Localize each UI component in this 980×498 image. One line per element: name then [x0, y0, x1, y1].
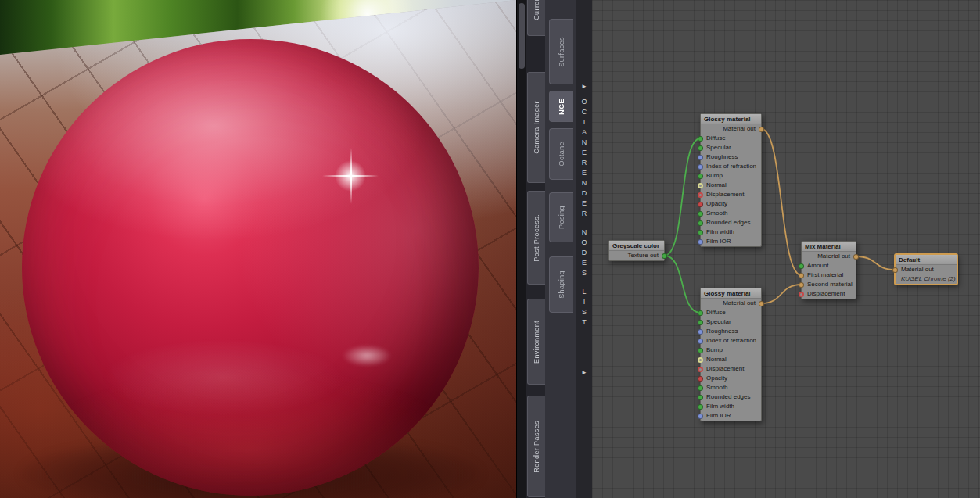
port-label: Material out — [901, 266, 934, 273]
node-graph-editor[interactable]: Greyscale colorTexture outGlossy materia… — [592, 0, 980, 498]
port-roughness-icon[interactable] — [698, 155, 703, 160]
port-label: Film IOR — [706, 412, 731, 419]
port-material-out-icon[interactable] — [892, 267, 898, 273]
node-row-smooth: Smooth — [701, 209, 761, 218]
star-horizontal-ray — [322, 175, 379, 177]
tab-label: Camera Imager — [533, 101, 540, 154]
port-first-material-icon[interactable] — [799, 273, 804, 278]
vertical-letter: N — [582, 138, 587, 148]
port-specular-icon[interactable] — [698, 320, 703, 325]
port-index-of-refraction-icon[interactable] — [698, 339, 703, 344]
port-displacement-icon[interactable] — [799, 292, 804, 297]
tab-label: Surfaces — [558, 37, 565, 67]
port-film-width-icon[interactable] — [698, 230, 703, 235]
tab-shaping[interactable]: Shaping — [549, 256, 573, 313]
port-displacement-icon[interactable] — [698, 192, 703, 198]
tab-post-process[interactable]: Post Process. — [527, 191, 545, 285]
tab-posing[interactable]: Posing — [549, 192, 573, 242]
port-diffuse-icon[interactable] — [698, 136, 703, 142]
port-bump-icon[interactable] — [698, 348, 703, 353]
port-label: Diffuse — [706, 309, 726, 316]
port-film-ior-icon[interactable] — [698, 239, 703, 245]
vertical-word-nodes: NODES — [581, 228, 587, 278]
port-label: Specular — [706, 144, 731, 151]
port-amount-icon[interactable] — [799, 263, 804, 269]
node-row-film-ior: Film IOR — [701, 237, 761, 246]
node-row-smooth: Smooth — [701, 383, 761, 392]
node-default[interactable]: DefaultMaterial outKUGEL Chrome (2) — [895, 254, 957, 285]
vertical-letter: S — [582, 307, 587, 317]
red-glossy-sphere — [22, 39, 479, 496]
node-row-material-out: Material out — [896, 265, 957, 274]
port-material-out-icon[interactable] — [759, 127, 764, 132]
port-label: Index of refraction — [706, 163, 756, 170]
node-title[interactable]: Glossy material — [701, 288, 761, 299]
port-smooth-icon[interactable] — [698, 211, 703, 217]
node-row-specular: Specular — [701, 143, 761, 152]
render-viewport[interactable] — [0, 0, 516, 498]
tab-environment[interactable]: Environment — [527, 299, 545, 385]
node-mix[interactable]: Mix MaterialMaterial outAmountFirst mate… — [801, 241, 856, 299]
application-window: CurrentCamera ImagerPost Process.Environ… — [0, 0, 980, 498]
port-material-out-icon[interactable] — [759, 301, 764, 306]
vertical-letter: O — [581, 238, 587, 248]
expand-arrow-top-icon[interactable]: ► — [576, 83, 592, 90]
port-texture-out-icon[interactable] — [662, 253, 667, 259]
vertical-letter: L — [582, 287, 586, 297]
nodes-list-vertical-title: OCTANERENDERNODESLIST — [576, 97, 592, 336]
port-film-ior-icon[interactable] — [698, 414, 703, 419]
port-label: KUGEL Chrome (2) — [901, 275, 956, 282]
tab-nge[interactable]: NGE — [549, 91, 573, 122]
soft-specular-highlight — [342, 345, 392, 367]
tab-current[interactable]: Current — [527, 0, 545, 36]
tab-surfaces[interactable]: Surfaces — [549, 19, 573, 84]
vertical-letter: R — [582, 209, 587, 219]
scrollbar-thumb[interactable] — [519, 3, 525, 69]
expand-arrow-bottom-icon[interactable]: ► — [576, 369, 592, 376]
port-label: Bump — [706, 346, 723, 353]
port-second-material-icon[interactable] — [799, 282, 804, 288]
node-glossy_bottom[interactable]: Glossy materialMaterial outDiffuseSpecul… — [700, 288, 762, 421]
edge-glossy-bottom-material-out-to-mix-second-material — [762, 285, 802, 303]
node-title[interactable]: Greyscale color — [609, 241, 664, 251]
tab-octane[interactable]: Octane — [549, 128, 573, 180]
port-normal-icon[interactable] — [698, 357, 703, 363]
vertical-word-octanerender: OCTANERENDER — [581, 97, 587, 219]
tab-render-passes[interactable]: Render Passes — [527, 396, 545, 497]
node-greyscale[interactable]: Greyscale colorTexture out — [608, 240, 665, 261]
port-opacity-icon[interactable] — [698, 376, 703, 382]
port-rounded-edges-icon[interactable] — [698, 220, 703, 226]
port-diffuse-icon[interactable] — [698, 310, 703, 316]
port-index-of-refraction-icon[interactable] — [698, 164, 703, 170]
node-title[interactable]: Glossy material — [701, 114, 761, 124]
port-roughness-icon[interactable] — [698, 329, 703, 335]
tab-camera-imager[interactable]: Camera Imager — [527, 72, 545, 183]
vertical-letter: E — [582, 168, 587, 178]
node-row-roughness: Roughness — [701, 152, 761, 162]
node-row-first-material: First material — [802, 270, 856, 280]
port-specular-icon[interactable] — [698, 145, 703, 151]
node-row-second-material: Second material — [802, 280, 856, 289]
node-row-normal: Normal — [701, 355, 761, 364]
port-rounded-edges-icon[interactable] — [698, 395, 703, 400]
port-label: Roughness — [706, 328, 738, 335]
vertical-letter: E — [582, 199, 587, 209]
port-label: Film width — [706, 403, 734, 410]
node-title[interactable]: Default — [896, 255, 957, 265]
port-label: Material out — [723, 125, 756, 132]
port-normal-icon[interactable] — [698, 183, 703, 188]
node-row-texture-out: Texture out — [609, 251, 664, 260]
node-row-diffuse: Diffuse — [701, 308, 761, 317]
port-material-out-icon[interactable] — [853, 254, 859, 260]
port-opacity-icon[interactable] — [698, 202, 703, 207]
node-row-diffuse: Diffuse — [701, 134, 761, 143]
node-title[interactable]: Mix Material — [802, 242, 856, 252]
port-smooth-icon[interactable] — [698, 385, 703, 391]
port-bump-icon[interactable] — [698, 174, 703, 179]
vertical-scrollbar[interactable] — [516, 0, 526, 498]
node-row-opacity: Opacity — [701, 199, 761, 209]
port-displacement-icon[interactable] — [698, 367, 703, 372]
port-film-width-icon[interactable] — [698, 404, 703, 410]
node-glossy_top[interactable]: Glossy materialMaterial outDiffuseSpecul… — [700, 113, 762, 247]
settings-tab-strip: CurrentCamera ImagerPost Process.Environ… — [526, 0, 545, 498]
